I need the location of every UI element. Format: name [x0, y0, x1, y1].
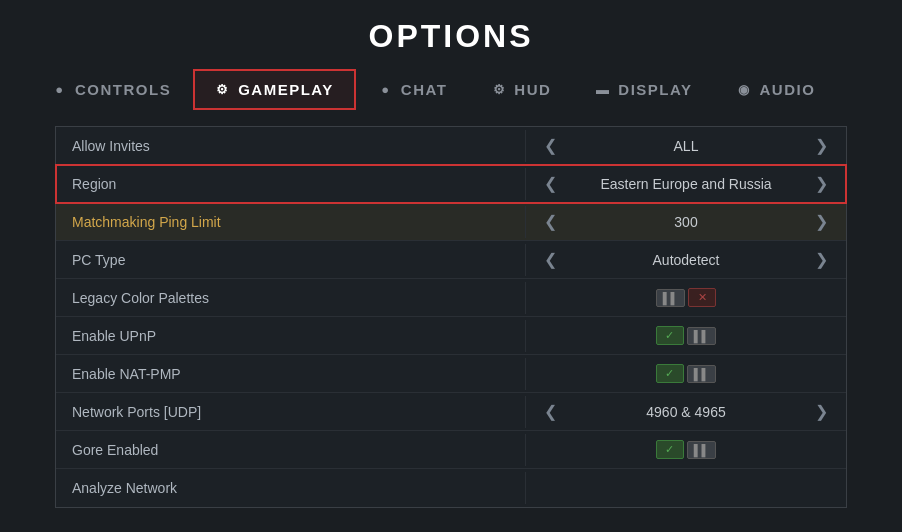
gore-enabled-toggle-check: ✓ [656, 440, 684, 459]
gore-enabled-value: ✓ ▌▌ [526, 432, 846, 467]
pc-type-text: Autodetect [573, 252, 799, 268]
allow-invites-left-arrow[interactable]: ❮ [538, 136, 563, 155]
hud-icon: ⚙ [491, 82, 507, 98]
allow-invites-label: Allow Invites [56, 130, 526, 162]
pc-type-label: PC Type [56, 244, 526, 276]
gameplay-icon: ⚙ [215, 82, 231, 98]
region-left-arrow[interactable]: ❮ [538, 174, 563, 193]
enable-upnp-value: ✓ ▌▌ [526, 318, 846, 353]
network-ports-text: 4960 & 4965 [573, 404, 799, 420]
tab-audio-label: AUDIO [760, 81, 816, 98]
row-gore-enabled: Gore Enabled ✓ ▌▌ [56, 431, 846, 469]
matchmaking-ping-right-arrow[interactable]: ❯ [809, 212, 834, 231]
region-value: ❮ Eastern Europe and Russia ❯ [526, 166, 846, 201]
legacy-color-label: Legacy Color Palettes [56, 282, 526, 314]
network-ports-label: Network Ports [UDP] [56, 396, 526, 428]
matchmaking-ping-left-arrow[interactable]: ❮ [538, 212, 563, 231]
tab-hud-label: HUD [514, 81, 551, 98]
enable-nat-pmp-toggle[interactable]: ✓ ▌▌ [656, 364, 717, 383]
tab-chat-label: CHAT [401, 81, 448, 98]
row-matchmaking-ping: Matchmaking Ping Limit ❮ 300 ❯ [56, 203, 846, 241]
allow-invites-right-arrow[interactable]: ❯ [809, 136, 834, 155]
tab-display[interactable]: ▬ DISPLAY [573, 69, 714, 110]
toggle-off-x: ✕ [698, 291, 707, 304]
toggle-nat-checkmark: ✓ [665, 367, 674, 380]
allow-invites-value: ❮ ALL ❯ [526, 128, 846, 163]
enable-nat-pmp-toggle-bars: ▌▌ [687, 365, 717, 383]
toggle-checkmark: ✓ [665, 329, 674, 342]
matchmaking-ping-text: 300 [573, 214, 799, 230]
enable-nat-pmp-label: Enable NAT-PMP [56, 358, 526, 390]
row-enable-nat-pmp: Enable NAT-PMP ✓ ▌▌ [56, 355, 846, 393]
matchmaking-ping-value: ❮ 300 ❯ [526, 204, 846, 239]
tab-display-label: DISPLAY [618, 81, 692, 98]
matchmaking-ping-label: Matchmaking Ping Limit [56, 206, 526, 238]
pc-type-value: ❮ Autodetect ❯ [526, 242, 846, 277]
network-ports-left-arrow[interactable]: ❮ [538, 402, 563, 421]
enable-upnp-toggle-bars: ▌▌ [687, 327, 717, 345]
toggle-nat-bars: ▌▌ [694, 368, 710, 380]
tab-gameplay[interactable]: ⚙ GAMEPLAY [193, 69, 356, 110]
gore-checkmark: ✓ [665, 443, 674, 456]
row-region: Region ❮ Eastern Europe and Russia ❯ [56, 165, 846, 203]
toggle-bars: ▌▌ [694, 330, 710, 342]
page-title: OPTIONS [0, 0, 902, 69]
tab-hud[interactable]: ⚙ HUD [469, 69, 573, 110]
gore-enabled-toggle[interactable]: ✓ ▌▌ [656, 440, 717, 459]
analyze-network-value [526, 480, 846, 496]
analyze-network-label: Analyze Network [56, 472, 526, 504]
tab-controls-label: CONTROLS [75, 81, 171, 98]
region-label: Region [56, 168, 526, 200]
pc-type-left-arrow[interactable]: ❮ [538, 250, 563, 269]
options-table: Allow Invites ❮ ALL ❯ Region ❮ Eastern E… [55, 126, 847, 508]
chat-icon: ● [378, 82, 394, 98]
toggle-off-bars: ▌▌ [663, 292, 679, 304]
row-pc-type: PC Type ❮ Autodetect ❯ [56, 241, 846, 279]
legacy-color-toggle[interactable]: ▌▌ ✕ [656, 288, 717, 307]
region-right-arrow[interactable]: ❯ [809, 174, 834, 193]
controls-icon: ● [52, 82, 68, 98]
enable-nat-pmp-value: ✓ ▌▌ [526, 356, 846, 391]
enable-upnp-toggle-check: ✓ [656, 326, 684, 345]
row-analyze-network: Analyze Network [56, 469, 846, 507]
tab-chat[interactable]: ● CHAT [356, 69, 470, 110]
allow-invites-text: ALL [573, 138, 799, 154]
tabs-bar: ● CONTROLS ⚙ GAMEPLAY ● CHAT ⚙ HUD ▬ DIS… [0, 69, 902, 110]
legacy-color-toggle-x: ✕ [688, 288, 716, 307]
region-text: Eastern Europe and Russia [573, 176, 799, 192]
pc-type-right-arrow[interactable]: ❯ [809, 250, 834, 269]
gore-enabled-toggle-bars: ▌▌ [687, 441, 717, 459]
gore-bars: ▌▌ [694, 444, 710, 456]
row-legacy-color: Legacy Color Palettes ▌▌ ✕ [56, 279, 846, 317]
audio-icon: ◉ [737, 82, 753, 98]
display-icon: ▬ [595, 82, 611, 98]
enable-upnp-label: Enable UPnP [56, 320, 526, 352]
gore-enabled-label: Gore Enabled [56, 434, 526, 466]
tab-gameplay-label: GAMEPLAY [238, 81, 334, 98]
row-network-ports: Network Ports [UDP] ❮ 4960 & 4965 ❯ [56, 393, 846, 431]
tab-controls[interactable]: ● CONTROLS [30, 69, 193, 110]
row-allow-invites: Allow Invites ❮ ALL ❯ [56, 127, 846, 165]
legacy-color-toggle-off: ▌▌ [656, 289, 686, 307]
enable-upnp-toggle[interactable]: ✓ ▌▌ [656, 326, 717, 345]
legacy-color-value: ▌▌ ✕ [526, 280, 846, 315]
row-enable-upnp: Enable UPnP ✓ ▌▌ [56, 317, 846, 355]
network-ports-right-arrow[interactable]: ❯ [809, 402, 834, 421]
network-ports-value: ❮ 4960 & 4965 ❯ [526, 394, 846, 429]
enable-nat-pmp-toggle-check: ✓ [656, 364, 684, 383]
tab-audio[interactable]: ◉ AUDIO [715, 69, 838, 110]
